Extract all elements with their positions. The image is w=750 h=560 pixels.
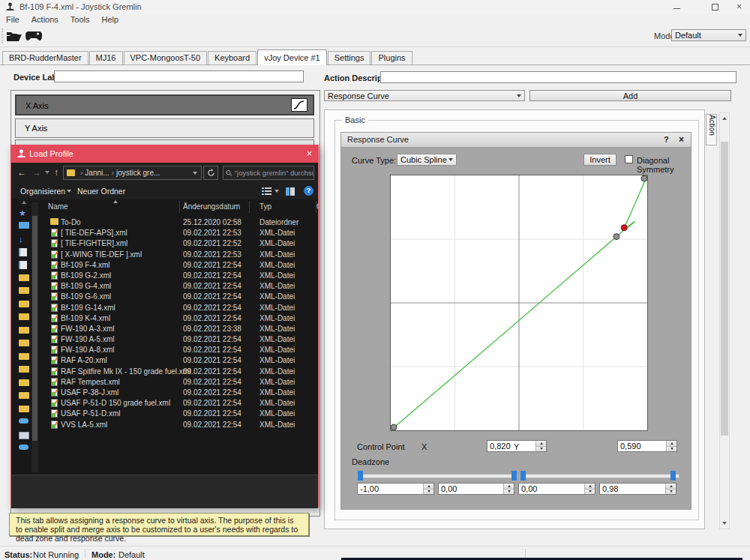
spin-arrows[interactable] [666, 441, 676, 451]
file-row[interactable]: USAF P-51-D.xml09.02.2021 22:54XML-Datei [11, 409, 318, 419]
sidebar-scroll-up-icon[interactable] [22, 201, 26, 204]
invert-button[interactable]: Invert [584, 154, 616, 166]
file-row[interactable]: FW-190 A-5.xml09.02.2021 22:54XML-Datei [11, 334, 318, 345]
history-chevron-icon[interactable] [45, 171, 50, 174]
action-description-input[interactable] [380, 71, 736, 83]
breadcrumb-chevron-icon[interactable] [193, 172, 197, 175]
vertical-scrollbar[interactable] [719, 112, 730, 529]
column-divider[interactable] [179, 201, 180, 213]
tab-brd-ruddermaster[interactable]: BRD-RudderMaster [2, 51, 88, 64]
file-row[interactable]: Bf-109 G-6.xml09.02.2021 22:54XML-Datei [11, 292, 318, 302]
dialog-close-icon[interactable]: × [307, 148, 312, 159]
device-label-input[interactable] [54, 70, 304, 82]
organize-menu[interactable]: Organisieren [20, 187, 65, 196]
deadzone-spinbox-4[interactable]: 0,98 [599, 483, 676, 495]
deadzone-spinbox-2[interactable]: 0,00 [438, 483, 514, 495]
file-row[interactable]: RAF Tempest.xml09.02.2021 22:54XML-Datei [11, 377, 318, 388]
response-curve-icon[interactable] [291, 98, 308, 112]
view-list-icon[interactable] [262, 187, 272, 196]
control-point[interactable] [391, 424, 397, 430]
tab-vpc-mongoost-50[interactable]: VPC-MongoosT-50 [124, 51, 208, 64]
scrollbar-thumb[interactable] [721, 142, 728, 436]
view-chevron-icon[interactable] [274, 190, 279, 193]
deadzone-spinbox-3[interactable]: 0,00 [518, 483, 596, 495]
deadzone-handle-center-high[interactable] [520, 471, 526, 481]
curve-editor[interactable] [390, 175, 648, 431]
column-divider[interactable] [249, 201, 250, 213]
control-point-y-spinbox[interactable]: 0,590 [617, 440, 677, 452]
deadzone-handle-max[interactable] [670, 471, 676, 481]
breadcrumb[interactable]: › Janni... › joystick gre... [63, 166, 202, 180]
file-row[interactable]: Bf-109 K-4.xml09.02.2021 22:54XML-Datei [11, 313, 318, 324]
tab-mj16[interactable]: MJ16 [89, 51, 123, 64]
maximize-icon[interactable] [712, 4, 718, 10]
scroll-up-icon[interactable] [722, 117, 727, 120]
deadzone-slider-low[interactable] [357, 474, 518, 478]
preview-pane-icon[interactable] [286, 187, 295, 196]
up-icon[interactable]: ↑ [54, 167, 58, 178]
file-row[interactable]: RAF Spitfire Mk IX - 150 grade fuel.xml0… [11, 367, 318, 377]
mode-select[interactable]: Default [671, 29, 746, 41]
column-date[interactable]: Änderungsdatum [183, 202, 240, 211]
file-row[interactable]: FW-190 A-3.xml09.02.2021 23:38XML-Datei [11, 324, 318, 334]
action-type-select[interactable]: Response Curve [324, 90, 525, 101]
menu-help[interactable]: Help [96, 13, 125, 25]
file-row[interactable]: Bf-109 G-14.xml09.02.2021 22:54XML-Datei [11, 303, 318, 313]
column-type[interactable]: Typ [260, 202, 272, 211]
curve-type-select[interactable]: Cubic Spline [397, 154, 457, 166]
file-row[interactable]: FW-190 A-8.xml09.02.2021 22:54XML-Datei [11, 345, 318, 355]
file-row[interactable]: Bf-109 G-4.xml09.02.2021 22:54XML-Datei [11, 281, 318, 292]
column-divider[interactable] [316, 201, 316, 213]
help-icon[interactable]: ? [304, 186, 314, 196]
breadcrumb-item[interactable]: joystick gre... [116, 169, 160, 177]
column-name[interactable]: Name [48, 202, 68, 211]
open-profile-folder-icon[interactable] [6, 30, 22, 43]
axis-item-x[interactable]: X Axis [15, 94, 314, 115]
diagonal-symmetry-checkbox[interactable] [625, 155, 633, 163]
add-action-button[interactable]: Add [530, 90, 731, 101]
deadzone-spinbox-1[interactable]: -1,00 [357, 483, 434, 495]
selected-control-point[interactable] [621, 225, 627, 231]
file-row[interactable]: [ TIE-DEF-APS].xml09.02.2021 22:53XML-Da… [11, 228, 318, 238]
close-action-icon[interactable]: × [679, 134, 684, 145]
deadzone-handle-min[interactable] [358, 471, 363, 481]
control-point[interactable] [614, 234, 620, 240]
file-row[interactable]: USAF P-51-D 150 grade fuel.xml09.02.2021… [11, 398, 318, 409]
sidebar-pc-icon[interactable] [19, 432, 29, 439]
control-point[interactable] [641, 175, 647, 181]
menu-actions[interactable]: Actions [26, 13, 64, 25]
file-row[interactable]: VVS LA-5.xml09.02.2021 22:54XML-Datei [11, 420, 318, 430]
column-size[interactable]: G [316, 202, 318, 211]
tab-plugins[interactable]: Plugins [371, 51, 412, 64]
spin-arrows[interactable] [536, 441, 546, 451]
deadzone-handle-center-low[interactable] [512, 471, 517, 481]
axis-item-y[interactable]: Y Axis [15, 118, 314, 138]
back-icon[interactable]: ← [17, 167, 26, 178]
gamepad-icon[interactable] [26, 30, 42, 42]
file-row[interactable]: Bf-109 G-2.xml09.02.2021 22:54XML-Datei [11, 271, 318, 281]
file-row[interactable]: [ X-WING TIE-DEF ].xml09.02.2021 22:53XM… [11, 250, 318, 260]
deadzone-slider-high[interactable] [520, 474, 680, 478]
close-icon[interactable]: × [736, 1, 742, 12]
menu-tools[interactable]: Tools [64, 13, 96, 25]
file-row[interactable]: To-Do25.12.2020 02:58Dateiordner [11, 217, 318, 228]
minimize-icon[interactable] [674, 8, 680, 9]
menu-file[interactable]: File [0, 13, 26, 25]
sidebar-cloud-icon[interactable] [19, 445, 28, 450]
search-box[interactable]: "joystick gremlin" durchsuc... [223, 166, 314, 180]
tab-keyboard[interactable]: Keyboard [208, 51, 256, 64]
tab-vjoy-device-1[interactable]: vJoy Device #1 [257, 49, 327, 65]
file-row[interactable]: Bf-109 F-4.xml09.02.2021 22:54XML-Datei [11, 260, 318, 271]
tab-action-vertical[interactable]: Action [706, 114, 717, 145]
refresh-button[interactable] [203, 166, 218, 180]
scroll-down-icon[interactable] [722, 522, 727, 525]
tab-settings[interactable]: Settings [328, 51, 371, 64]
file-row[interactable]: [ TIE-FIGHTER].xml09.02.2021 22:52XML-Da… [11, 238, 318, 249]
help-icon[interactable]: ? [664, 135, 669, 144]
file-row[interactable]: USAF P-38-J.xml09.02.2021 22:54XML-Datei [11, 388, 318, 398]
sidebar-star-icon[interactable]: ★ [19, 208, 29, 217]
toolbar-grip[interactable] [2, 28, 5, 43]
file-row[interactable]: RAF A-20.xml09.02.2021 22:54XML-Datei [11, 355, 318, 366]
new-folder-button[interactable]: Neuer Ordner [77, 187, 125, 196]
forward-icon[interactable]: → [32, 167, 41, 178]
